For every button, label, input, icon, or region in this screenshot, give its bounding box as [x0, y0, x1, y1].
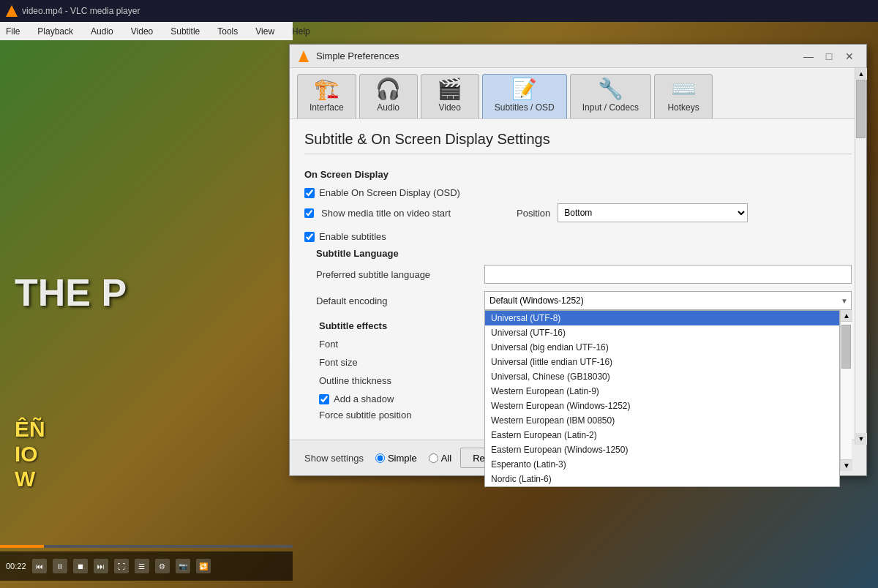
svg-rect-1 — [300, 59, 307, 61]
enable-subtitles-row: Enable subtitles — [304, 231, 852, 242]
default-encoding-label: Default encoding — [316, 295, 484, 306]
menu-help[interactable]: Help — [289, 25, 313, 38]
encoding-scrollbar-up[interactable]: ▲ — [841, 310, 852, 322]
all-radio[interactable] — [429, 453, 438, 463]
tab-hotkeys-label: Hotkeys — [667, 102, 699, 113]
enable-osd-checkbox[interactable] — [304, 188, 315, 198]
tab-bar: 🏗️ Interface 🎧 Audio 🎬 Video 📝 Subtitles… — [290, 68, 866, 119]
vlc-titlebar: video.mp4 - VLC media player — [0, 0, 878, 22]
menu-file[interactable]: File — [3, 25, 23, 38]
snapshot-btn[interactable]: 📷 — [176, 559, 190, 573]
encoding-option-utf16-little[interactable]: Universal (little endian UTF-16) — [485, 355, 839, 369]
menu-video[interactable]: Video — [128, 25, 156, 38]
vlc-title: video.mp4 - VLC media player — [22, 6, 140, 16]
encoding-option-utf16-big[interactable]: Universal (big endian UTF-16) — [485, 340, 839, 355]
simple-label: Simple — [388, 453, 417, 464]
dialog-scroll-down[interactable]: ▼ — [855, 433, 867, 445]
encoding-selected-value: Default (Windows-1252) — [489, 295, 584, 306]
tab-subtitles-label: Subtitles / OSD — [495, 102, 555, 113]
playlist-btn[interactable]: ☰ — [135, 559, 149, 573]
menu-audio[interactable]: Audio — [88, 25, 116, 38]
dialog-title: Simple Preferences — [316, 50, 798, 61]
add-shadow-label: Add a shadow — [334, 393, 394, 404]
encoding-option-utf16[interactable]: Universal (UTF-16) — [485, 325, 839, 340]
page-title: Subtitle & On Screen Display Settings — [304, 131, 852, 154]
dialog-scrollbar: ▲ ▼ — [855, 68, 866, 445]
video-timeline[interactable] — [0, 545, 293, 548]
all-radio-label[interactable]: All — [429, 453, 451, 464]
timestamp: 00:22 — [6, 562, 26, 570]
encoding-option-latin9[interactable]: Western European (Latin-9) — [485, 384, 839, 399]
font-label: Font — [319, 339, 487, 350]
skip-back-btn[interactable]: ⏮ — [32, 559, 47, 573]
encoding-option-nordic[interactable]: Nordic (Latin-6) — [485, 472, 839, 486]
tab-subtitles[interactable]: 📝 Subtitles / OSD — [482, 74, 567, 118]
enable-osd-row: Enable On Screen Display (OSD) — [304, 187, 852, 198]
dialog-scroll-track — [855, 80, 866, 433]
dialog-maximize-btn[interactable]: □ — [819, 48, 838, 64]
menu-subtitle[interactable]: Subtitle — [168, 25, 203, 38]
encoding-scrollbar-down[interactable]: ▼ — [841, 459, 852, 471]
skip-fwd-btn[interactable]: ⏭ — [94, 559, 108, 573]
vlc-menubar: File Playback Audio Video Subtitle Tools… — [0, 22, 293, 40]
add-shadow-checkbox[interactable] — [319, 394, 329, 404]
settings-mode-radio-group: Simple All — [375, 453, 451, 464]
outline-label: Outline thickness — [319, 375, 487, 386]
stop-btn[interactable]: ⏹ — [73, 559, 88, 573]
encoding-option-win1252[interactable]: Western European (Windows-1252) — [485, 399, 839, 413]
dialog-titlebar: Simple Preferences — □ ✕ — [290, 45, 866, 68]
osd-section-label: On Screen Display — [304, 169, 852, 180]
menu-view[interactable]: View — [252, 25, 277, 38]
sub-lang-label: Subtitle Language — [316, 248, 852, 259]
tab-interface[interactable]: 🏗️ Interface — [297, 74, 356, 118]
encoding-option-latin2[interactable]: Eastern European (Latin-2) — [485, 428, 839, 442]
tab-interface-icon: 🏗️ — [314, 79, 339, 99]
dialog-scroll-up[interactable]: ▲ — [855, 68, 867, 80]
position-label: Position — [517, 208, 550, 219]
encoding-option-ibm850[interactable]: Western European (IBM 00850) — [485, 413, 839, 428]
encoding-option-win1250[interactable]: Eastern European (Windows-1250) — [485, 442, 839, 457]
dialog-scroll-thumb[interactable] — [856, 80, 866, 138]
tab-subtitles-icon: 📝 — [511, 79, 537, 99]
video-overlay-text: THE P — [15, 271, 127, 314]
show-media-title-row: Show media title on video start Position… — [304, 203, 852, 222]
vlc-icon — [6, 5, 18, 17]
encoding-option-utf8[interactable]: Universal (UTF-8) — [485, 311, 839, 325]
extended-btn[interactable]: ⚙ — [155, 559, 170, 573]
encoding-option-esperanto[interactable]: Esperanto (Latin-3) — [485, 457, 839, 472]
controls-bar: 00:22 ⏮ ⏸ ⏹ ⏭ ⛶ ☰ ⚙ 📷 🔁 — [0, 551, 293, 581]
encoding-option-gb18030[interactable]: Universal, Chinese (GB18030) — [485, 369, 839, 384]
simple-radio-label[interactable]: Simple — [375, 453, 417, 464]
tab-video[interactable]: 🎬 Video — [421, 74, 479, 118]
show-media-title-label: Show media title on video start — [321, 208, 451, 219]
simple-radio[interactable] — [375, 453, 385, 463]
encoding-dropdown-trigger[interactable]: Default (Windows-1252) — [484, 291, 852, 310]
play-btn[interactable]: ⏸ — [53, 559, 67, 573]
dialog-body: Subtitle & On Screen Display Settings On… — [290, 119, 866, 440]
tab-hotkeys[interactable]: ⌨️ Hotkeys — [654, 74, 713, 118]
tab-video-icon: 🎬 — [437, 79, 462, 99]
force-position-label: Force subtitle position — [319, 410, 487, 421]
menu-tools[interactable]: Tools — [214, 25, 241, 38]
loop-btn[interactable]: 🔁 — [196, 559, 211, 573]
position-select[interactable]: Bottom Center Left Right Top — [558, 203, 748, 222]
tab-audio[interactable]: 🎧 Audio — [359, 74, 418, 118]
preferred-language-label: Preferred subtitle language — [316, 269, 484, 280]
tab-input[interactable]: 🔧 Input / Codecs — [570, 74, 651, 118]
font-size-label: Font size — [319, 357, 487, 368]
enable-subtitles-label: Enable subtitles — [319, 231, 386, 242]
show-settings-label: Show settings — [304, 453, 364, 464]
fullscreen-btn[interactable]: ⛶ — [114, 559, 129, 573]
dialog-close-btn[interactable]: ✕ — [840, 48, 859, 64]
tab-input-label: Input / Codecs — [582, 102, 639, 113]
menu-playback[interactable]: Playback — [34, 25, 76, 38]
video-subtitle-text: ÊÑIOW — [15, 417, 45, 491]
default-encoding-row: Default encoding Default (Windows-1252) … — [316, 291, 852, 310]
dialog-minimize-btn[interactable]: — — [799, 48, 818, 64]
preferences-dialog: Simple Preferences — □ ✕ 🏗️ Interface 🎧 … — [289, 44, 867, 476]
encoding-scrollbar-thumb[interactable] — [841, 325, 851, 369]
preferred-language-row: Preferred subtitle language — [316, 265, 852, 284]
enable-subtitles-checkbox[interactable] — [304, 232, 315, 242]
preferred-language-input[interactable] — [484, 265, 852, 284]
show-media-title-checkbox[interactable] — [304, 208, 314, 218]
